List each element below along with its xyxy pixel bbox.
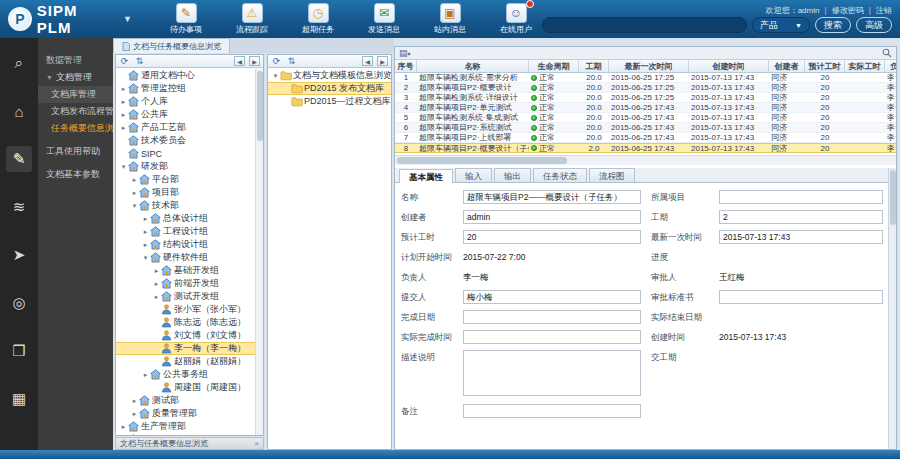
org-tree-node[interactable]: 赵丽娟（赵丽娟）	[116, 355, 255, 368]
table-row[interactable]: 6超限车辆项目P2·系统测试正常20.02015-06-25 17:432015…	[395, 123, 896, 133]
org-tree-node[interactable]: ▸生产管理部	[116, 420, 255, 433]
collapsed-arrow-icon[interactable]: ▸	[119, 111, 128, 119]
collapsed-arrow-icon[interactable]: ▸	[141, 215, 150, 223]
expanded-arrow-icon[interactable]: ▾	[141, 254, 150, 262]
card-icon[interactable]: ▦	[6, 386, 32, 412]
sidebar-item-任务概要信息浏览[interactable]: 任务概要信息浏览	[38, 120, 113, 137]
close-icon[interactable]: ×	[254, 439, 259, 448]
collapsed-arrow-icon[interactable]: ▸	[141, 228, 150, 236]
field-input-实际完成时间[interactable]	[463, 330, 641, 344]
column-header-最新一次时间[interactable]: 最新一次时间	[609, 60, 689, 72]
column-header-实际工时[interactable]: 实际工时	[845, 60, 885, 72]
sidebar-item-数据管理[interactable]: 数据管理	[38, 52, 113, 69]
field-input-创建者[interactable]: admin	[463, 210, 641, 224]
org-tree-node[interactable]: ▸总体设计组	[116, 212, 255, 225]
table-row[interactable]: 3超限车辆检测系统·详细设计正常20.02015-06-25 17:252015…	[395, 93, 896, 103]
org-tree-node[interactable]: 李一梅（李一梅）	[116, 342, 255, 355]
collapsed-arrow-icon[interactable]: ▸	[130, 189, 139, 197]
field-input-描述说明[interactable]	[463, 350, 641, 396]
bottom-panel-tab[interactable]: 文档与任务概要信息浏览 ×	[115, 437, 264, 450]
org-tree-node[interactable]: SIPC	[116, 147, 255, 160]
table-row[interactable]: 1超限车辆检测系统·需求分析正常20.02015-06-25 17:252015…	[395, 73, 896, 83]
org-tree-node[interactable]: 刘文博（刘文博）	[116, 329, 255, 342]
table-row[interactable]: 5超限车辆检测系统·集成测试正常20.02015-06-25 17:432015…	[395, 113, 896, 123]
sidebar-item-文档管理[interactable]: ▼文档管理	[38, 69, 113, 86]
org-tree-node[interactable]: 技术委员会	[116, 134, 255, 147]
refresh-icon[interactable]: ⟳	[119, 56, 130, 67]
field-input-提交人[interactable]: 梅小梅	[463, 290, 641, 304]
table-row[interactable]: 7超限车辆项目P2·上线部署正常20.02015-06-25 17:432015…	[395, 133, 896, 143]
field-input-名称[interactable]: 超限车辆项目P2——概要设计（子任务）	[463, 190, 641, 204]
org-tree-node[interactable]: ▾硬件软件组	[116, 251, 255, 264]
search-monitor-icon[interactable]: ⌕	[6, 50, 32, 76]
org-tree-node[interactable]: ▸质量管理部	[116, 407, 255, 420]
collapse-tree-icon[interactable]: ⇅	[286, 56, 297, 67]
field-input-审批标准书[interactable]	[719, 290, 883, 304]
grid-menu-icon[interactable]: ▤▾	[399, 48, 411, 58]
org-tree-node[interactable]: ▾研发部	[116, 160, 255, 173]
org-tree-node[interactable]: ▸前端开发组	[116, 277, 255, 290]
collapsed-arrow-icon[interactable]: ▸	[152, 280, 161, 288]
search-category-select[interactable]: 产品 ▼	[752, 17, 810, 33]
column-header-序号[interactable]: 序号	[395, 60, 417, 72]
detail-tab-输出[interactable]: 输出	[494, 168, 531, 182]
toolbar-process-track-button[interactable]: ⚠流程跟踪	[226, 3, 278, 35]
org-tree-node[interactable]: Ab	[116, 433, 255, 435]
org-tree-node[interactable]: ▾技术部	[116, 199, 255, 212]
org-tree-node[interactable]: ▸管理监控组	[116, 82, 255, 95]
panel-collapse-left-icon[interactable]: ◀	[362, 56, 373, 66]
toolbar-overdue-tasks-button[interactable]: ◷超期任务	[292, 3, 344, 35]
collapse-tree-icon[interactable]: ⇅	[134, 56, 145, 67]
refresh-icon[interactable]: ⟳	[271, 56, 282, 67]
column-header-负责人[interactable]: 负责人	[885, 60, 896, 72]
column-header-名称[interactable]: 名称	[417, 60, 529, 72]
detail-tab-基本属性[interactable]: 基本属性	[399, 169, 453, 183]
sidebar-item-文档发布流程管理[interactable]: 文档发布流程管理	[38, 103, 113, 120]
grid-hscrollbar[interactable]	[395, 155, 896, 165]
collapsed-arrow-icon[interactable]: ▸	[119, 98, 128, 106]
edit-icon[interactable]: ✎	[6, 146, 32, 172]
column-header-生命周期[interactable]: 生命周期	[529, 60, 579, 72]
collapsed-arrow-icon[interactable]: ▸	[119, 85, 128, 93]
globe-icon[interactable]: ◎	[6, 290, 32, 316]
sidebar-item-文档基本参数[interactable]: 文档基本参数	[38, 166, 113, 183]
sidebar-item-文档库管理[interactable]: 文档库管理	[38, 86, 113, 103]
expanded-arrow-icon[interactable]: ▾	[119, 163, 128, 171]
org-tree-node[interactable]: ▸项目部	[116, 186, 255, 199]
org-tree-node[interactable]: ▸结构设计组	[116, 238, 255, 251]
advanced-search-button[interactable]: 高级	[856, 17, 892, 33]
panel-collapse-right-icon[interactable]: ▶	[377, 56, 388, 66]
org-tree-node[interactable]: ▸测试开发组	[116, 290, 255, 303]
search-input[interactable]	[542, 17, 747, 33]
toolbar-inbox-button[interactable]: ▣站内消息	[424, 3, 476, 35]
collapsed-arrow-icon[interactable]: ▸	[119, 124, 128, 132]
panel-collapse-right-icon[interactable]: ▶	[249, 56, 260, 66]
field-input-所属项目[interactable]	[719, 190, 883, 204]
collapsed-arrow-icon[interactable]: ▸	[152, 267, 161, 275]
field-input-完成日期[interactable]	[463, 310, 641, 324]
org-tree-node[interactable]: ▸产品工艺部	[116, 121, 255, 134]
collapsed-arrow-icon[interactable]: ▸	[141, 241, 150, 249]
org-tree-node[interactable]: ▸公共库	[116, 108, 255, 121]
field-input-预计工时[interactable]: 20	[463, 230, 641, 244]
org-tree-node[interactable]: ▸平台部	[116, 173, 255, 186]
collapsed-arrow-icon[interactable]: ▸	[141, 371, 150, 379]
org-tree-node[interactable]: 通用文档中心	[116, 69, 255, 82]
field-input-工期[interactable]: 2	[719, 210, 883, 224]
logo-caret-icon[interactable]: ▼	[123, 14, 132, 24]
collapsed-arrow-icon[interactable]: ▸	[130, 397, 139, 405]
org-tree-scrollbar[interactable]	[255, 69, 263, 435]
collapsed-arrow-icon[interactable]: ▸	[152, 293, 161, 301]
detail-tab-流程图[interactable]: 流程图	[589, 168, 635, 182]
org-tree-node[interactable]: ▸公共事务组	[116, 368, 255, 381]
org-tree-node[interactable]: 周建国（周建国）	[116, 381, 255, 394]
book-icon[interactable]: ❒	[6, 338, 32, 364]
column-header-创建时间[interactable]: 创建时间	[689, 60, 769, 72]
org-tree-node[interactable]: 陈志远（陈志远）	[116, 316, 255, 329]
toolbar-send-message-button[interactable]: ✉发送消息	[358, 3, 410, 35]
collapsed-arrow-icon[interactable]: ▸	[130, 176, 139, 184]
send-icon[interactable]: ➤	[6, 242, 32, 268]
database-icon[interactable]: ≋	[6, 194, 32, 220]
org-tree-node[interactable]: 张小军（张小军）	[116, 303, 255, 316]
folder-tree-node[interactable]: ▾文档与文档模板信息浏览目录	[268, 69, 391, 82]
